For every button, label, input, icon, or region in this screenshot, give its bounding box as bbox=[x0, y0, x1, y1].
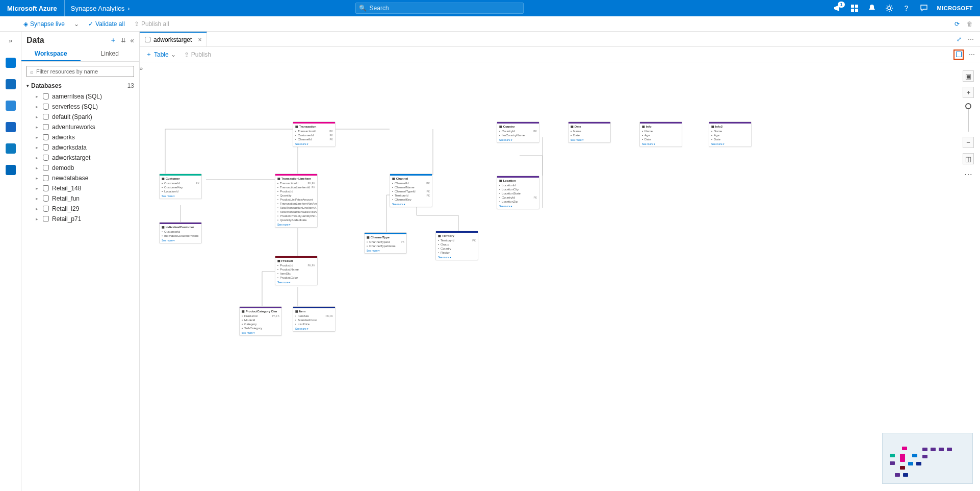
collapse-canvas-left-icon[interactable]: » bbox=[140, 65, 147, 71]
product-breadcrumb[interactable]: Synapse Analytics › bbox=[65, 5, 136, 12]
announcements-icon[interactable]: 1 bbox=[833, 4, 841, 12]
integrate-icon[interactable] bbox=[6, 122, 16, 132]
zoom-slider[interactable] bbox=[968, 103, 969, 132]
help-icon[interactable]: ? bbox=[902, 4, 911, 12]
global-search[interactable]: 🔍 Search bbox=[355, 3, 524, 14]
entity-card-terr[interactable]: ▦ Territory•TerritoryIdPK•Group•Country•… bbox=[435, 231, 478, 260]
manage-icon[interactable] bbox=[6, 165, 16, 175]
home-icon[interactable] bbox=[6, 58, 16, 68]
svg-rect-1 bbox=[855, 5, 858, 8]
entity-card-info[interactable]: ▦ Info•Name•Age•DateSee more ▾ bbox=[639, 121, 682, 147]
filter-input[interactable]: ⌕ Filter resources by name bbox=[27, 66, 134, 77]
connection-mode[interactable]: ◈ Synapse live bbox=[23, 20, 65, 28]
entity-card-chtype[interactable]: ▦ ChannelType•ChannelTypeIdPK•ChannelTyp… bbox=[364, 232, 407, 254]
data-hub-icon[interactable] bbox=[6, 79, 16, 89]
databases-section-header[interactable]: ▾ Databases 13 bbox=[21, 80, 139, 91]
develop-icon[interactable] bbox=[6, 101, 16, 111]
zoom-in-icon[interactable]: ＋ bbox=[963, 87, 974, 98]
chevron-down-icon[interactable]: ⌄ bbox=[74, 20, 79, 28]
zoom-out-icon[interactable]: − bbox=[963, 137, 974, 148]
feedback-icon[interactable] bbox=[920, 4, 928, 12]
database-node[interactable]: ▸serverless (SQL) bbox=[21, 102, 139, 112]
search-placeholder: Search bbox=[370, 5, 389, 12]
canvas-more-icon[interactable]: ⋯ bbox=[964, 169, 972, 179]
designer-more-icon[interactable]: ⋯ bbox=[969, 51, 975, 58]
entity-see-more[interactable]: See more ▾ bbox=[709, 141, 751, 146]
database-node[interactable]: ▸adworksdata bbox=[21, 142, 139, 153]
expand-editor-icon[interactable]: ⤢ bbox=[957, 36, 962, 43]
database-node[interactable]: ▸aamerrilsea (SQL) bbox=[21, 91, 139, 102]
close-tab-icon[interactable]: × bbox=[198, 36, 201, 43]
database-node[interactable]: ▸adworkstarget bbox=[21, 153, 139, 163]
expand-rail-icon[interactable]: » bbox=[9, 37, 12, 44]
entity-card-item[interactable]: ▦ Item•ItemSkuPK,FK•StandardCost•ListPri… bbox=[293, 306, 336, 332]
entity-see-more[interactable]: See more ▾ bbox=[293, 141, 335, 146]
editor-tab-adworkstarget[interactable]: adworkstarget × bbox=[140, 32, 207, 46]
database-node[interactable]: ▸newdatabase bbox=[21, 173, 139, 183]
add-table-button[interactable]: ＋ Table ⌄ bbox=[146, 50, 176, 59]
validate-all-button[interactable]: ✓ Validate all bbox=[88, 20, 125, 28]
notifications-icon[interactable] bbox=[868, 4, 876, 12]
entity-card-product[interactable]: ▦ Product•ProductIdPK,FK•ProductName•Ite… bbox=[275, 256, 318, 285]
publish-all-button[interactable]: ⇪ Publish all bbox=[134, 20, 169, 28]
discard-icon[interactable]: 🗑 bbox=[967, 20, 973, 28]
entity-card-date[interactable]: ▦ Date•Name•DateSee more ▾ bbox=[568, 121, 611, 143]
entity-see-more[interactable]: See more ▾ bbox=[640, 141, 682, 146]
settings-icon[interactable] bbox=[885, 4, 893, 12]
account-label[interactable]: MICROSOFT bbox=[937, 5, 973, 11]
fit-view-icon[interactable]: ▣ bbox=[963, 70, 974, 82]
publish-designer-button[interactable]: ⇪ Publish bbox=[184, 51, 211, 58]
entity-card-channel[interactable]: ▦ Channel•ChannelIdPK•ChannelName•Channe… bbox=[390, 174, 432, 207]
entity-see-more[interactable]: See more ▾ bbox=[365, 248, 406, 253]
collapse-all-icon[interactable]: ⇊ bbox=[121, 37, 126, 44]
entity-card-country[interactable]: ▦ Country•CountryIdPK•IsoCountryNameSee … bbox=[497, 121, 539, 143]
database-node[interactable]: ▸Retail_l29 bbox=[21, 204, 139, 214]
entity-see-more[interactable]: See more ▾ bbox=[160, 193, 201, 199]
entity-see-more[interactable]: See more ▾ bbox=[275, 280, 317, 285]
entity-see-more[interactable]: See more ▾ bbox=[390, 202, 432, 207]
database-node[interactable]: ▸Retail_148 bbox=[21, 183, 139, 193]
er-diagram-canvas[interactable]: » ▣ ＋ − ◫ bbox=[140, 62, 980, 491]
layout-icon[interactable]: ◫ bbox=[963, 153, 974, 164]
collapse-panel-icon[interactable]: « bbox=[130, 36, 134, 44]
entity-see-more[interactable]: See more ▾ bbox=[497, 137, 539, 142]
entity-card-info2[interactable]: ▦ Info2•Name•Age•DateSee more ▾ bbox=[709, 121, 752, 147]
entity-card-txli[interactable]: ▦ TransactionLineItem•TransactionIdPK,FK… bbox=[275, 174, 318, 228]
deployments-icon[interactable] bbox=[850, 4, 859, 12]
monitor-icon[interactable] bbox=[6, 143, 16, 154]
entity-title: ▦ Location bbox=[497, 178, 539, 183]
entity-see-more[interactable]: See more ▾ bbox=[436, 255, 478, 260]
zoom-thumb[interactable] bbox=[965, 103, 971, 109]
refresh-icon[interactable]: ⟳ bbox=[955, 20, 960, 28]
entity-see-more[interactable]: See more ▾ bbox=[240, 330, 281, 335]
designer-toolbar: ＋ Table ⌄ ⇪ Publish ⋯ bbox=[140, 47, 980, 62]
entity-see-more[interactable]: See more ▾ bbox=[497, 204, 539, 209]
view-script-button[interactable] bbox=[953, 50, 964, 60]
add-resource-icon[interactable]: ＋ bbox=[110, 36, 117, 45]
canvas-minimap[interactable] bbox=[882, 433, 973, 484]
entity-see-more[interactable]: See more ▾ bbox=[275, 222, 317, 227]
database-node[interactable]: ▸adworks bbox=[21, 132, 139, 142]
chevron-down-icon: ⌄ bbox=[171, 51, 176, 58]
entity-see-more[interactable]: See more ▾ bbox=[160, 238, 201, 243]
database-node[interactable]: ▸adventureworks bbox=[21, 122, 139, 132]
database-node[interactable]: ▸Retail_p71 bbox=[21, 214, 139, 224]
brand-label[interactable]: Microsoft Azure bbox=[0, 0, 65, 16]
entity-see-more[interactable]: See more ▾ bbox=[293, 326, 335, 331]
entity-column: •ProductIdPK,FK bbox=[275, 263, 317, 267]
entity-column: •TransactionLineItemNetAmo... bbox=[275, 202, 317, 206]
entity-card-transaction[interactable]: ▦ Transaction•TransactionIdPK•CustomerId… bbox=[293, 121, 336, 147]
entity-card-customer[interactable]: ▦ Customer•CustomerIdPK•CustomerKey•Loca… bbox=[159, 174, 202, 199]
entity-card-location[interactable]: ▦ Location•LocationId•LocationCity•Locat… bbox=[497, 176, 539, 209]
tab-workspace[interactable]: Workspace bbox=[21, 47, 81, 61]
database-node[interactable]: ▸Retail_fun bbox=[21, 193, 139, 204]
entity-card-pcd[interactable]: ▦ ProductCategory Dim•ProductIdPK,FK•Mod… bbox=[239, 306, 282, 336]
entity-see-more[interactable]: See more ▾ bbox=[569, 137, 610, 142]
entity-title: ▦ Channel bbox=[390, 176, 432, 181]
database-node[interactable]: ▸demodb bbox=[21, 163, 139, 173]
database-label: adworks bbox=[52, 134, 75, 141]
tab-more-icon[interactable]: ⋯ bbox=[968, 36, 974, 43]
database-node[interactable]: ▸default (Spark) bbox=[21, 112, 139, 122]
tab-linked[interactable]: Linked bbox=[81, 47, 140, 61]
entity-card-indcust[interactable]: ▦ IndividualCustomer•CustomerId•Individu… bbox=[159, 222, 202, 243]
